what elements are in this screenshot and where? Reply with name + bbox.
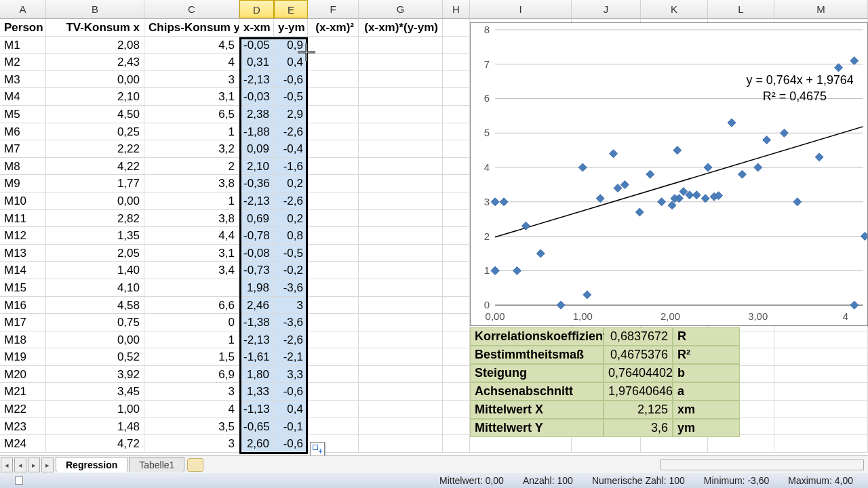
cell-A[interactable]: M11 [0, 210, 46, 228]
cell-A[interactable]: M22 [0, 401, 46, 418]
cell-H[interactable] [443, 245, 470, 262]
cell-B[interactable]: 0,25 [46, 123, 144, 141]
cell-B[interactable]: 3,92 [46, 366, 144, 384]
cell-M[interactable] [774, 435, 868, 453]
tab-nav-prev[interactable]: ◂ [14, 458, 26, 472]
cell-E[interactable]: 3,3 [274, 366, 308, 384]
cell-A[interactable]: M13 [0, 245, 46, 262]
cell-H[interactable] [443, 401, 470, 418]
cell-C[interactable]: 3,1 [144, 88, 239, 106]
cell-B[interactable]: 2,05 [46, 245, 144, 262]
cell-E[interactable]: -0,4 [274, 140, 308, 158]
cell-C[interactable]: 1 [144, 192, 239, 210]
cell-E[interactable]: -3,6 [274, 279, 308, 297]
cell-G[interactable] [359, 106, 443, 123]
cell-F[interactable] [308, 123, 359, 141]
cell-E[interactable]: 0,2 [274, 210, 308, 228]
cell-F[interactable] [308, 297, 359, 314]
cell-D[interactable]: 2,38 [239, 106, 274, 123]
cell-H[interactable] [443, 435, 470, 453]
cell-G[interactable] [359, 331, 443, 349]
cell-F[interactable] [308, 331, 359, 349]
cell-D[interactable]: -1,13 [239, 401, 274, 418]
cell-H[interactable] [443, 314, 470, 331]
cell-H[interactable] [443, 383, 470, 401]
cell-E[interactable]: -0,6 [274, 71, 308, 89]
tab-nav-last[interactable]: ▸ [41, 458, 54, 472]
cell-C[interactable]: 3,5 [144, 418, 239, 436]
cell-E[interactable]: 0,4 [274, 54, 308, 71]
cell-C[interactable]: 3 [144, 435, 239, 453]
cell-G[interactable] [359, 245, 443, 262]
cell-D[interactable]: 1,98 [239, 279, 274, 297]
cell-G[interactable] [359, 210, 443, 228]
cell-F[interactable] [308, 348, 359, 366]
cell-A[interactable]: M10 [0, 192, 46, 210]
cell-D[interactable]: 2,46 [239, 297, 274, 314]
new-sheet-icon[interactable] [187, 458, 203, 472]
cell-A[interactable]: M21 [0, 383, 46, 401]
cell-E[interactable]: -0,1 [274, 418, 308, 436]
cell-D[interactable]: 1,80 [239, 366, 274, 384]
cell-B[interactable]: 4,72 [46, 435, 144, 453]
cell-G[interactable] [359, 158, 443, 176]
cell-G[interactable] [359, 383, 443, 401]
cell-C[interactable]: 6,5 [144, 106, 239, 123]
cell-B[interactable]: 2,82 [46, 210, 144, 228]
cell-D[interactable]: 1,33 [239, 383, 274, 401]
header-cell-G[interactable]: (x-xm)*(y-ym) [359, 19, 443, 37]
cell-F[interactable] [308, 106, 359, 123]
cell-G[interactable] [359, 54, 443, 71]
cell-D[interactable]: -0,05 [239, 37, 274, 54]
cell-G[interactable] [359, 175, 443, 192]
cell-F[interactable] [308, 54, 359, 71]
cell-E[interactable]: -2,1 [274, 348, 308, 366]
cell-H[interactable] [443, 158, 470, 176]
col-header-D[interactable]: D [239, 0, 274, 18]
cell-F[interactable] [308, 88, 359, 106]
cell-B[interactable]: 1,48 [46, 418, 144, 436]
cell-B[interactable]: 3,45 [46, 383, 144, 401]
cell-G[interactable] [359, 366, 443, 384]
cell-C[interactable]: 4 [144, 401, 239, 418]
cell-G[interactable] [359, 314, 443, 331]
col-header-C[interactable]: C [144, 0, 239, 18]
header-cell-H[interactable] [443, 19, 470, 37]
cell-D[interactable]: -1,38 [239, 314, 274, 331]
cell-G[interactable] [359, 262, 443, 279]
col-header-A[interactable]: A [0, 0, 46, 18]
cell-E[interactable]: -0,5 [274, 245, 308, 262]
cell-E[interactable]: 3 [274, 297, 308, 314]
cell-E[interactable]: -0,2 [274, 262, 308, 279]
cell-H[interactable] [443, 297, 470, 314]
cell-A[interactable]: M16 [0, 297, 46, 314]
cell-G[interactable] [359, 348, 443, 366]
cell-F[interactable] [308, 140, 359, 158]
cell-M[interactable] [774, 401, 868, 418]
cell-B[interactable]: 2,22 [46, 140, 144, 158]
cell-M[interactable] [774, 418, 868, 436]
cell-A[interactable]: M17 [0, 314, 46, 331]
cell-D[interactable]: -2,13 [239, 331, 274, 349]
cell-D[interactable]: 2,10 [239, 158, 274, 176]
cell-B[interactable]: 1,77 [46, 175, 144, 192]
cell-M[interactable] [774, 348, 868, 366]
cell-F[interactable] [308, 175, 359, 192]
col-header-L[interactable]: L [708, 0, 774, 18]
cell-B[interactable]: 1,00 [46, 401, 144, 418]
header-cell-E[interactable]: y-ym [274, 19, 308, 37]
cell-C[interactable]: 3,4 [144, 262, 239, 279]
cell-B[interactable]: 0,00 [46, 71, 144, 89]
cell-B[interactable]: 1,40 [46, 262, 144, 279]
cell-E[interactable]: -2,6 [274, 192, 308, 210]
col-header-I[interactable]: I [470, 0, 572, 18]
cell-A[interactable]: M14 [0, 262, 46, 279]
cell-E[interactable]: -3,6 [274, 314, 308, 331]
cell-J[interactable] [572, 435, 641, 453]
cell-H[interactable] [443, 175, 470, 192]
col-header-M[interactable]: M [774, 0, 868, 18]
cell-E[interactable]: -2,6 [274, 331, 308, 349]
cell-B[interactable]: 0,00 [46, 331, 144, 349]
cell-A[interactable]: M6 [0, 123, 46, 141]
cell-F[interactable] [308, 227, 359, 245]
